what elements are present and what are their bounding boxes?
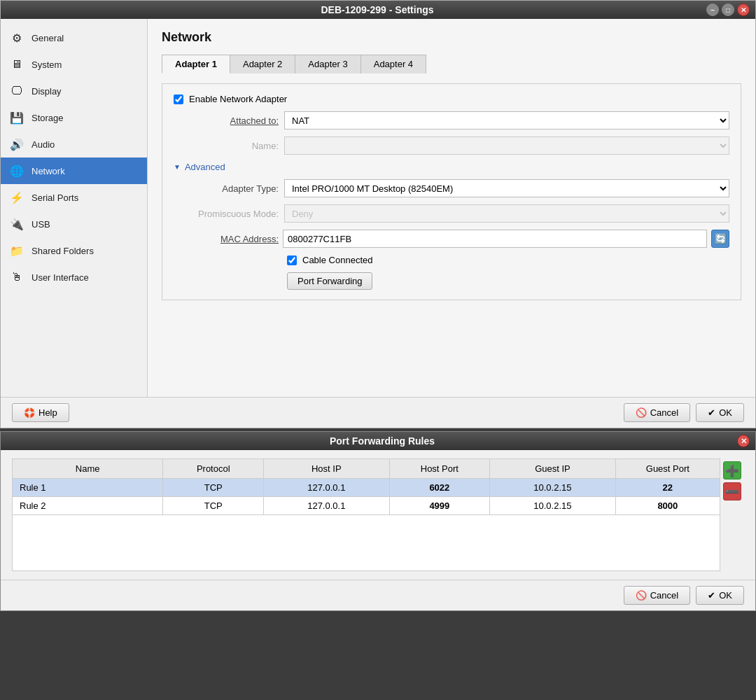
port-forwarding-button[interactable]: Port Forwarding xyxy=(287,272,372,290)
advanced-label: Advanced xyxy=(185,162,225,172)
sidebar-item-user-interface[interactable]: 🖱 User Interface xyxy=(1,264,147,290)
cable-connected-label: Cable Connected xyxy=(302,255,372,265)
pf-cancel-icon: 🚫 xyxy=(636,590,647,601)
settings-window: DEB-1209-299 - Settings – □ ✕ ⚙ General … xyxy=(0,0,756,428)
cancel-label: Cancel xyxy=(650,407,678,418)
sidebar-label-shared-folders: Shared Folders xyxy=(31,246,94,256)
system-icon: 🖥 xyxy=(9,57,24,72)
promiscuous-row: Promiscuous Mode: Deny xyxy=(174,204,729,223)
window-title: DEB-1209-299 - Settings xyxy=(48,4,706,15)
tab-adapter4[interactable]: Adapter 4 xyxy=(361,55,426,74)
pf-title-bar: Port Forwarding Rules ✕ xyxy=(1,432,755,450)
row2-host-ip: 127.0.0.1 xyxy=(264,497,390,515)
col-host-ip: Host IP xyxy=(264,459,390,479)
mac-refresh-button[interactable]: 🔄 xyxy=(711,230,729,248)
table-with-actions: Name Protocol Host IP Host Port Guest IP… xyxy=(12,458,744,571)
pf-close-button[interactable]: ✕ xyxy=(737,435,750,447)
promiscuous-select[interactable]: Deny xyxy=(284,204,729,223)
col-protocol: Protocol xyxy=(163,459,264,479)
remove-rule-button[interactable]: ➖ xyxy=(723,482,741,500)
sidebar-item-display[interactable]: 🖵 Display xyxy=(1,78,147,104)
col-name: Name xyxy=(13,459,163,479)
enable-network-row: Enable Network Adapter xyxy=(174,94,729,104)
sidebar-label-system: System xyxy=(31,59,62,70)
row2-host-port: 4999 xyxy=(389,497,490,515)
settings-bottom-bar: 🛟 Help 🚫 Cancel ✔ OK xyxy=(1,397,755,428)
advanced-toggle[interactable]: ▼ Advanced xyxy=(174,162,729,172)
attached-to-label: Attached to: xyxy=(174,115,279,126)
sidebar-item-system[interactable]: 🖥 System xyxy=(1,51,147,78)
sidebar-item-storage[interactable]: 💾 Storage xyxy=(1,104,147,131)
pf-ok-button[interactable]: ✔ OK xyxy=(696,586,744,605)
network-icon: 🌐 xyxy=(9,163,24,178)
mac-label: MAC Address: xyxy=(174,234,279,244)
row1-guest-port: 22 xyxy=(615,479,720,497)
minimize-button[interactable]: – xyxy=(706,4,719,16)
attached-to-row: Attached to: NAT xyxy=(174,111,729,130)
close-button[interactable]: ✕ xyxy=(737,4,750,16)
name-label: Name: xyxy=(174,141,279,151)
mac-address-row: MAC Address: 🔄 xyxy=(174,230,729,248)
port-forwarding-window: Port Forwarding Rules ✕ Name Protocol Ho… xyxy=(0,431,756,611)
promiscuous-label: Promiscuous Mode: xyxy=(174,209,279,219)
adapter-type-select[interactable]: Intel PRO/1000 MT Desktop (82540EM) xyxy=(284,179,729,197)
cable-connected-checkbox[interactable] xyxy=(287,255,297,265)
help-label: Help xyxy=(38,407,57,418)
adapter-type-label: Adapter Type: xyxy=(174,183,279,194)
maximize-button[interactable]: □ xyxy=(722,4,734,16)
sidebar-item-network[interactable]: 🌐 Network xyxy=(1,158,147,184)
table-row[interactable]: Rule 2 TCP 127.0.0.1 4999 10.0.2.15 8000 xyxy=(13,497,720,515)
shared-folders-icon: 📁 xyxy=(9,243,24,258)
add-rule-button[interactable]: ➕ xyxy=(723,461,741,479)
user-interface-icon: 🖱 xyxy=(9,270,24,285)
port-forwarding-row: Port Forwarding xyxy=(287,272,729,290)
table-empty-row xyxy=(13,515,720,571)
ok-icon: ✔ xyxy=(708,407,715,418)
port-forwarding-table: Name Protocol Host IP Host Port Guest IP… xyxy=(12,458,720,571)
serial-ports-icon: ⚡ xyxy=(9,190,24,205)
adapter-type-row: Adapter Type: Intel PRO/1000 MT Desktop … xyxy=(174,179,729,197)
help-icon: 🛟 xyxy=(24,407,35,418)
enable-network-checkbox[interactable] xyxy=(174,94,183,104)
title-bar-controls: – □ ✕ xyxy=(706,4,750,16)
sidebar: ⚙ General 🖥 System 🖵 Display 💾 Storage 🔊… xyxy=(1,19,148,397)
settings-body: ⚙ General 🖥 System 🖵 Display 💾 Storage 🔊… xyxy=(1,19,755,397)
name-select[interactable] xyxy=(284,136,729,155)
usb-icon: 🔌 xyxy=(9,216,24,232)
attached-to-select[interactable]: NAT xyxy=(284,111,729,130)
network-form: Enable Network Adapter Attached to: NAT … xyxy=(162,83,741,300)
cancel-button[interactable]: 🚫 Cancel xyxy=(624,403,690,422)
enable-network-label: Enable Network Adapter xyxy=(189,94,287,104)
help-button[interactable]: 🛟 Help xyxy=(12,403,69,422)
tab-adapter2[interactable]: Adapter 2 xyxy=(230,55,295,74)
table-header-row: Name Protocol Host IP Host Port Guest IP… xyxy=(13,459,720,479)
table-actions: ➕ ➖ xyxy=(720,458,744,503)
title-bar: DEB-1209-299 - Settings – □ ✕ xyxy=(1,1,755,19)
sidebar-label-usb: USB xyxy=(31,219,50,230)
sidebar-item-general[interactable]: ⚙ General xyxy=(1,24,147,51)
pf-ok-label: OK xyxy=(719,590,732,601)
table-row[interactable]: Rule 1 TCP 127.0.0.1 6022 10.0.2.15 22 xyxy=(13,479,720,497)
row1-host-ip: 127.0.0.1 xyxy=(264,479,390,497)
sidebar-item-serial-ports[interactable]: ⚡ Serial Ports xyxy=(1,184,147,211)
pf-window-title: Port Forwarding Rules xyxy=(27,435,737,447)
sidebar-label-network: Network xyxy=(31,166,65,176)
pf-cancel-button[interactable]: 🚫 Cancel xyxy=(624,586,690,605)
content-title: Network xyxy=(162,30,741,45)
ok-button[interactable]: ✔ OK xyxy=(696,403,744,422)
sidebar-item-shared-folders[interactable]: 📁 Shared Folders xyxy=(1,237,147,264)
storage-icon: 💾 xyxy=(9,110,24,125)
tab-adapter1[interactable]: Adapter 1 xyxy=(162,55,230,74)
row1-name: Rule 1 xyxy=(13,479,163,497)
sidebar-label-general: General xyxy=(31,33,64,43)
advanced-triangle-icon: ▼ xyxy=(174,163,181,171)
col-guest-port: Guest Port xyxy=(615,459,720,479)
sidebar-item-usb[interactable]: 🔌 USB xyxy=(1,211,147,237)
row1-protocol: TCP xyxy=(163,479,264,497)
row2-name: Rule 2 xyxy=(13,497,163,515)
sidebar-label-audio: Audio xyxy=(31,139,55,150)
mac-input[interactable] xyxy=(283,230,707,248)
sidebar-item-audio[interactable]: 🔊 Audio xyxy=(1,131,147,158)
sidebar-label-user-interface: User Interface xyxy=(31,272,89,283)
tab-adapter3[interactable]: Adapter 3 xyxy=(295,55,360,74)
